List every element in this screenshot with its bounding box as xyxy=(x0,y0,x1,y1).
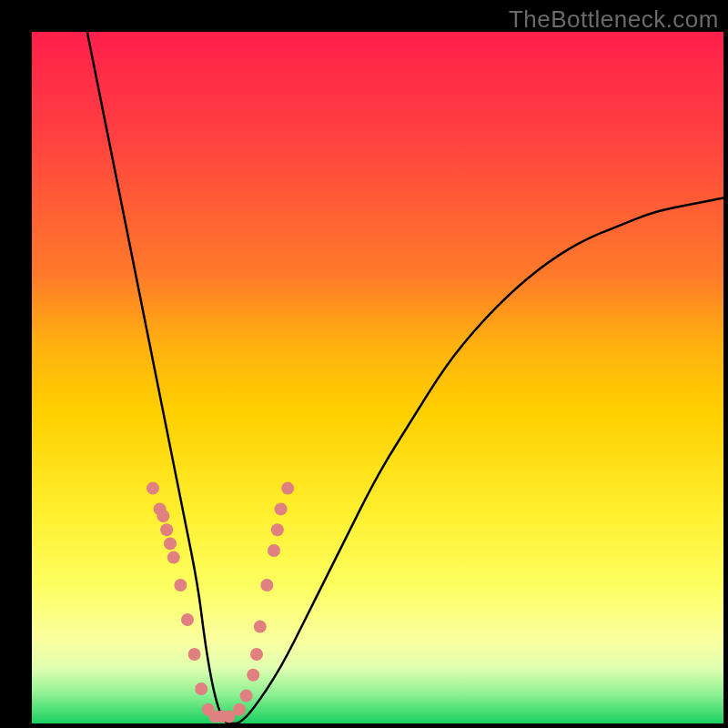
marker-dots xyxy=(147,482,294,723)
marker-dot xyxy=(157,510,169,522)
marker-dot xyxy=(281,482,294,495)
chart-frame: TheBottleneck.com xyxy=(0,0,728,728)
marker-dot xyxy=(164,537,177,550)
marker-dot xyxy=(247,669,259,682)
marker-dot xyxy=(188,648,201,661)
marker-dot xyxy=(271,523,284,536)
marker-dot xyxy=(254,621,267,633)
marker-dot xyxy=(260,579,273,592)
marker-dot xyxy=(240,690,253,703)
marker-dot xyxy=(160,523,173,536)
marker-dot xyxy=(181,613,194,626)
plot-area xyxy=(32,32,723,723)
marker-dot xyxy=(268,544,280,557)
marker-dot xyxy=(167,551,180,564)
marker-dot xyxy=(174,579,187,592)
marker-dot xyxy=(147,482,159,495)
watermark-text: TheBottleneck.com xyxy=(509,5,719,34)
marker-dot xyxy=(195,682,207,695)
marker-dot xyxy=(233,703,246,716)
curve-svg xyxy=(32,32,723,723)
marker-dot xyxy=(275,502,288,515)
marker-dot xyxy=(250,648,263,661)
marker-dot xyxy=(223,710,236,723)
